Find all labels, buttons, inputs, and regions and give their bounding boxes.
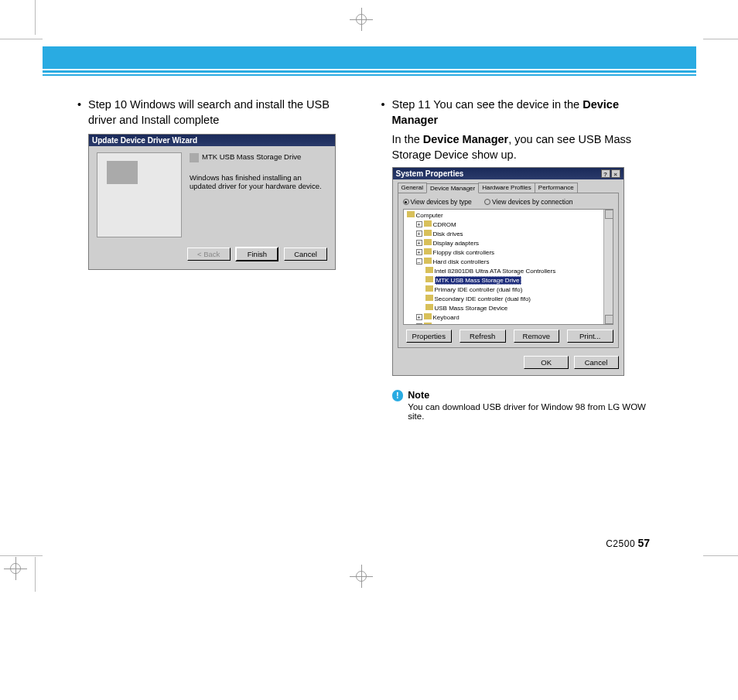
step11-sub-bold: Device Manager bbox=[423, 133, 508, 145]
tree-root: Computer bbox=[416, 212, 443, 219]
properties-button[interactable]: Properties bbox=[406, 330, 453, 343]
device-label: MTK USB Mass Storage Drive bbox=[202, 152, 301, 161]
ok-button[interactable]: OK bbox=[524, 356, 569, 369]
note-text: You can download USB driver for Window 9… bbox=[408, 402, 661, 421]
footer-page: 57 bbox=[637, 537, 650, 549]
tree-item-selected[interactable]: MTK USB Mass Storage Drive bbox=[435, 276, 521, 285]
print-button[interactable]: Print... bbox=[567, 330, 613, 343]
tree-item: –Hard disk controllers Intel 82801DB Ult… bbox=[416, 258, 611, 313]
window-controls: ?× bbox=[600, 169, 620, 178]
cancel-button[interactable]: Cancel bbox=[284, 248, 327, 261]
driver-wizard-dialog: Update Device Driver Wizard MTK USB Mass… bbox=[88, 134, 336, 270]
note-icon: ! bbox=[392, 390, 404, 401]
back-button[interactable]: < Back bbox=[187, 248, 231, 261]
step11-prefix: Step 11 bbox=[392, 98, 434, 111]
tree-item: Intel 82801DB Ultra ATA Storage Controll… bbox=[425, 267, 611, 276]
footer-model: C2500 bbox=[606, 538, 635, 549]
step10-prefix: Step 10 bbox=[88, 98, 130, 111]
tree-item: +Keyboard bbox=[416, 313, 611, 323]
note-title: Note bbox=[408, 390, 661, 401]
radio-by-connection[interactable]: View devices by connection bbox=[484, 198, 572, 206]
tree-item: +CDROM bbox=[416, 220, 611, 230]
device-icon bbox=[190, 153, 199, 162]
step11-sub-pre: In the bbox=[392, 133, 423, 145]
tab-performance[interactable]: Performance bbox=[535, 183, 578, 193]
scrollbar[interactable] bbox=[603, 210, 613, 324]
dialog-title: Update Device Driver Wizard bbox=[89, 135, 335, 146]
tab-strip: General Device Manager Hardware Profiles… bbox=[393, 179, 624, 193]
radio-by-type[interactable]: View devices by type bbox=[403, 198, 472, 206]
device-tree[interactable]: Computer +CDROM +Disk drives +Display ad… bbox=[403, 209, 613, 325]
tree-item: Primary IDE controller (dual fifo) bbox=[425, 285, 611, 295]
step-10: • Step 10 Windows will search and instal… bbox=[77, 97, 358, 128]
close-icon[interactable]: × bbox=[611, 169, 620, 178]
tree-item: +Monitors bbox=[416, 323, 611, 325]
tree-item: +Floppy disk controllers bbox=[416, 248, 611, 258]
computer-icon bbox=[407, 211, 415, 217]
step-11: • Step 11 You can see the device in the … bbox=[381, 97, 662, 162]
sp-cancel-button[interactable]: Cancel bbox=[574, 356, 619, 369]
refresh-button[interactable]: Refresh bbox=[460, 330, 506, 343]
tree-item: Secondary IDE controller (dual fifo) bbox=[425, 295, 611, 304]
finish-button[interactable]: Finish bbox=[235, 247, 278, 261]
wizard-message: Windows has finished installing an updat… bbox=[190, 173, 327, 190]
wizard-illustration bbox=[97, 152, 182, 237]
tab-hardware-profiles[interactable]: Hardware Profiles bbox=[478, 183, 535, 193]
note-block: ! Note You can download USB driver for W… bbox=[381, 390, 662, 421]
tree-item: +Display adapters bbox=[416, 239, 611, 248]
header-banner bbox=[43, 46, 696, 73]
remove-button[interactable]: Remove bbox=[514, 330, 560, 343]
step11-pre: You can see the device in the bbox=[433, 98, 583, 111]
help-icon[interactable]: ? bbox=[601, 169, 610, 178]
sysprop-title: System Properties bbox=[396, 169, 464, 178]
tree-item: +Disk drives bbox=[416, 230, 611, 239]
page-footer: C2500 57 bbox=[606, 537, 650, 549]
tree-item: MTK USB Mass Storage Drive bbox=[425, 276, 611, 285]
tab-general[interactable]: General bbox=[398, 183, 427, 193]
system-properties-dialog: System Properties ?× General Device Mana… bbox=[392, 167, 624, 376]
tree-item: USB Mass Storage Device bbox=[425, 304, 611, 313]
tab-device-manager[interactable]: Device Manager bbox=[426, 183, 479, 193]
